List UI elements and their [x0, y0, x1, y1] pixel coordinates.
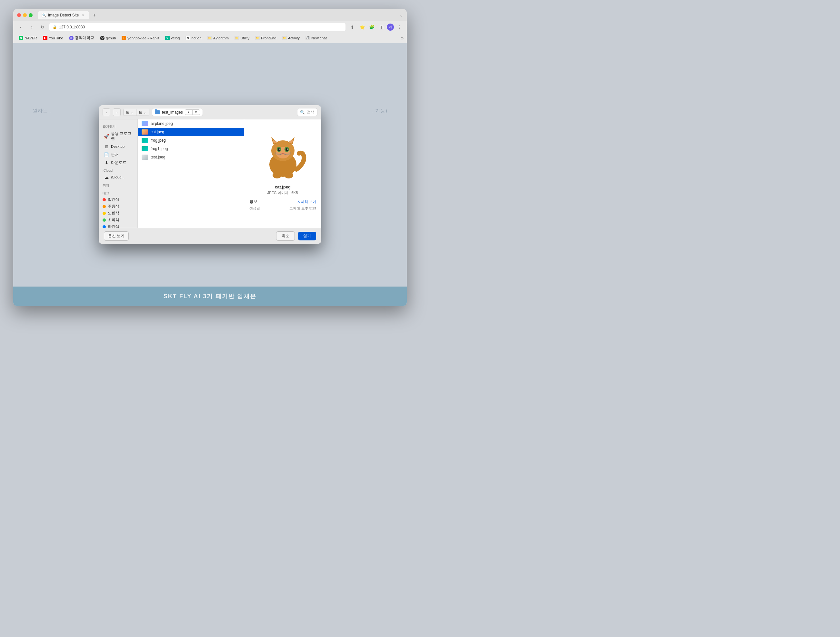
preview-filename: cat.jpeg [275, 185, 291, 190]
dialog-search[interactable]: 🔍 검색 [297, 108, 317, 116]
frog1-thumbnail [142, 146, 148, 151]
tag-item-orange[interactable]: 주황색 [99, 203, 137, 210]
sidebar-button[interactable]: ◫ [377, 23, 385, 31]
folder-icon [155, 111, 160, 114]
bookmark-item-naver[interactable]: N NAVER [16, 35, 39, 41]
downloads-icon: ⬇ [104, 160, 109, 165]
date-value: 그저께 오후 3:13 [289, 206, 316, 211]
tag-label-blue: 파란색 [108, 224, 119, 228]
tag-section-label: 태그 [99, 188, 137, 196]
extensions-button[interactable]: 🧩 [368, 23, 376, 31]
bookmark-label-youtube: YouTube [49, 36, 63, 40]
column-view-button[interactable]: ⊞ ⌄ [123, 109, 136, 115]
sidebar-item-documents[interactable]: 📄 문서 [100, 151, 136, 158]
bookmarks-more-button[interactable]: » [401, 35, 404, 41]
frontend-favicon: 📁 [255, 36, 260, 40]
dialog-back-button[interactable]: ‹ [103, 108, 111, 116]
tag-item-blue[interactable]: 파란색 [99, 223, 137, 228]
bookmark-item-algorithm[interactable]: 📁 Algorithm [205, 35, 231, 41]
preview-date-row: 생성일 그저께 오후 3:13 [249, 206, 316, 211]
new-tab-button[interactable]: + [90, 11, 98, 19]
icloud-label-text: iCloud... [111, 175, 125, 179]
menu-button[interactable]: ⋮ [395, 23, 404, 31]
maximize-window-button[interactable] [29, 13, 33, 17]
cat-preview-image [257, 128, 309, 179]
path-down-button[interactable]: ▼ [193, 110, 200, 115]
dialog-path: test_images ▲ ▼ [152, 108, 203, 116]
bookmark-label-activity: Activity [288, 36, 300, 40]
file-item-frog[interactable]: frog.jpeg [138, 136, 244, 145]
svg-point-12 [287, 149, 288, 150]
sidebar-item-icloud[interactable]: ☁ iCloud... [100, 173, 136, 181]
file-item-airplane[interactable]: airplane.jpeg [138, 119, 244, 128]
title-bar: 🔍 Image Detect Site × + ⌄ [13, 9, 407, 21]
share-button[interactable]: ⬆ [348, 23, 357, 31]
path-up-button[interactable]: ▲ [185, 110, 193, 115]
tag-label-yellow: 노란색 [108, 211, 119, 215]
bookmark-item-frontend[interactable]: 📁 FrontEnd [253, 35, 278, 41]
url-text: 127.0.0.1:8080 [59, 25, 85, 29]
column-view-chevron: ⌄ [130, 110, 134, 115]
tab-close-button[interactable]: × [81, 13, 85, 17]
svg-point-10 [286, 148, 288, 151]
file-item-cat[interactable]: cat.jpeg [138, 128, 244, 136]
minimize-window-button[interactable] [23, 13, 27, 17]
date-label: 생성일 [249, 206, 260, 211]
options-button[interactable]: 옵션 보기 [104, 231, 129, 241]
bookmark-item-notion[interactable]: N notion [183, 35, 204, 41]
back-button[interactable]: ‹ [16, 23, 25, 31]
tabs-chevron[interactable]: ⌄ [399, 13, 403, 17]
open-button[interactable]: 열기 [298, 232, 316, 240]
bookmark-item-youtube[interactable]: ▶ YouTube [41, 35, 65, 41]
green-dot [103, 218, 106, 222]
bookmark-item-activity[interactable]: 📁 Activity [280, 35, 302, 41]
bookmark-button[interactable]: ⭐ [358, 23, 366, 31]
profile-button[interactable]: 이 [387, 24, 394, 31]
bookmark-item-velog[interactable]: V velog [163, 35, 182, 41]
address-bar[interactable]: 🔒 127.0.0.1:8080 [49, 23, 346, 31]
icloud-label: iCloud [99, 167, 137, 173]
file-dialog: ‹ › ⊞ ⌄ ⊟ ⌄ test_images [99, 105, 321, 244]
file-item-frog1[interactable]: frog1.jpeg [138, 145, 244, 153]
location-label: 위치 [99, 181, 137, 188]
documents-label: 문서 [111, 152, 119, 157]
close-window-button[interactable] [17, 13, 21, 17]
refresh-button[interactable]: ↻ [38, 23, 47, 31]
active-tab[interactable]: 🔍 Image Detect Site × [38, 11, 89, 19]
file-item-test[interactable]: test.jpeg [138, 153, 244, 161]
bookmark-label-utility: Utility [240, 36, 249, 40]
frog-filename: frog.jpeg [151, 138, 166, 142]
tag-item-green[interactable]: 초록색 [99, 217, 137, 223]
tag-item-yellow[interactable]: 노란색 [99, 210, 137, 217]
airplane-thumbnail [142, 121, 148, 126]
dialog-forward-button[interactable]: › [113, 108, 121, 116]
tab-bar: 🔍 Image Detect Site × + ⌄ [38, 11, 403, 19]
bookmark-label-replit: yongboklee - Replit [128, 36, 159, 40]
naver-favicon: N [19, 36, 23, 40]
desktop-icon: 🖥 [104, 144, 109, 149]
sidebar-item-downloads[interactable]: ⬇ 다운로드 [100, 159, 136, 166]
sidebar-item-desktop[interactable]: 🖥 Desktop [100, 142, 136, 150]
bookmark-item-utility[interactable]: 📁 Utility [232, 35, 252, 41]
bookmarks-bar: N NAVER ▶ YouTube 홍 홍익대학교 ⌥ github ▷ yon… [13, 33, 407, 43]
dialog-footer: 옵션 보기 취소 열기 [99, 228, 321, 244]
bookmark-item-github[interactable]: ⌥ github [98, 35, 118, 41]
bookmark-item-newchat[interactable]: 💬 New chat [303, 35, 329, 41]
detail-link[interactable]: 자세히 보기 [297, 199, 316, 204]
bookmark-item-replit[interactable]: ▷ yongboklee - Replit [119, 35, 161, 41]
bottom-bar: SKT FLY AI 3기 페기반 임채은 [13, 286, 407, 306]
tag-item-red[interactable]: 빨간색 [99, 196, 137, 203]
path-folder-name: test_images [162, 110, 183, 115]
newchat-favicon: 💬 [305, 36, 310, 40]
orange-dot [103, 205, 106, 208]
search-placeholder: 검색 [307, 109, 314, 115]
cancel-button[interactable]: 취소 [276, 231, 295, 241]
dialog-toolbar: ‹ › ⊞ ⌄ ⊟ ⌄ test_images [99, 105, 321, 119]
activity-favicon: 📁 [282, 36, 287, 40]
sidebar-item-apps[interactable]: 🚀 응용 프로그램 [100, 130, 136, 142]
tab-title: Image Detect Site [48, 13, 79, 17]
bookmark-item-hongik[interactable]: 홍 홍익대학교 [67, 35, 96, 41]
forward-button[interactable]: › [27, 23, 36, 31]
bookmark-label-velog: velog [171, 36, 180, 40]
grid-view-button[interactable]: ⊟ ⌄ [136, 109, 149, 115]
